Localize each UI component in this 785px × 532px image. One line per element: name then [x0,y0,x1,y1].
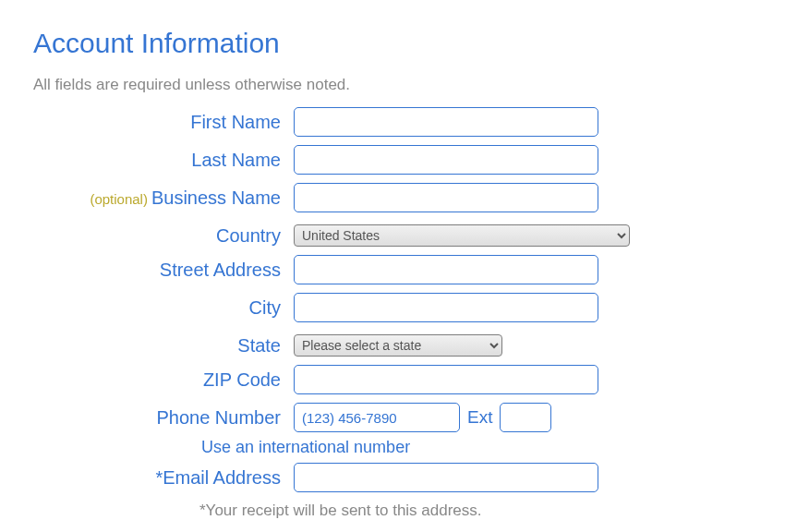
ext-field[interactable] [500,403,551,432]
label-city: City [249,297,281,318]
international-number-link[interactable]: Use an international number [201,438,410,457]
phone-number-field[interactable] [294,403,460,432]
state-select[interactable]: Please select a state [294,334,502,357]
row-email-address: *Email Address [33,459,752,496]
form-instruction: All fields are required unless otherwise… [33,76,752,94]
country-select[interactable]: United States [294,224,630,247]
row-first-name: First Name [33,103,752,140]
label-zip-code: ZIP Code [203,369,281,390]
business-name-field[interactable] [294,183,598,212]
label-business-name: Business Name [151,187,281,208]
first-name-field[interactable] [294,107,598,137]
row-street-address: Street Address [33,251,752,288]
label-ext: Ext [467,407,492,428]
page-title: Account Information [33,28,752,59]
row-business-name: (optional)Business Name [33,179,752,216]
last-name-field[interactable] [294,145,598,175]
row-zip-code: ZIP Code [33,361,752,398]
receipt-note: *Your receipt will be sent to this addre… [199,502,752,520]
city-field[interactable] [294,293,598,322]
label-last-name: Last Name [191,150,281,170]
row-last-name: Last Name [33,141,752,178]
zip-code-field[interactable] [294,365,598,394]
label-country: Country [216,225,281,246]
street-address-field[interactable] [294,255,598,284]
row-country: Country United States [33,217,752,254]
row-state: State Please select a state [33,327,752,364]
row-intl-link: Use an international number [33,438,752,457]
row-phone-number: Phone Number Ext [33,399,752,436]
optional-tag: (optional) [90,191,148,207]
label-first-name: First Name [190,112,281,132]
label-street-address: Street Address [160,260,281,280]
email-address-field[interactable] [294,463,598,492]
label-phone-number: Phone Number [156,407,281,428]
label-state: State [237,335,281,356]
row-city: City [33,289,752,326]
label-email-address: *Email Address [155,467,281,488]
